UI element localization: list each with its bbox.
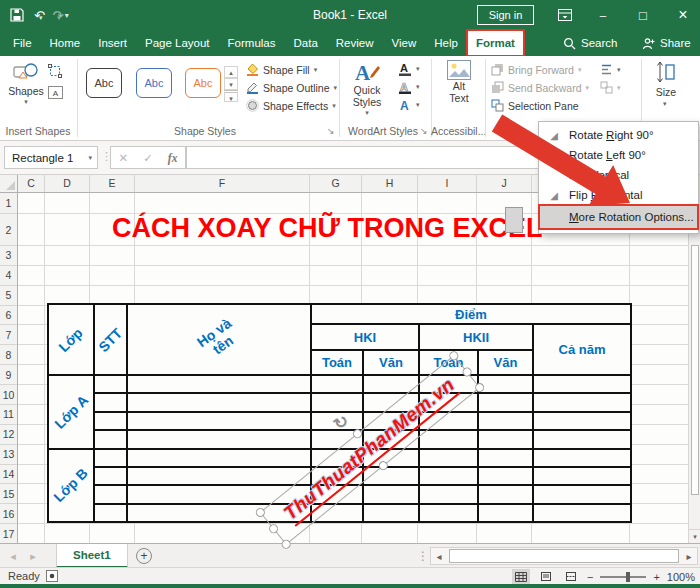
text-effects-button[interactable]: A▾ bbox=[398, 98, 420, 112]
tab-scrollbar-splitter-icon[interactable]: ⋮ bbox=[417, 547, 429, 565]
tab-help[interactable]: Help bbox=[425, 30, 467, 56]
shape-style-preview-1[interactable]: Abc bbox=[86, 68, 122, 98]
align-button[interactable]: ▾ bbox=[600, 63, 621, 76]
tab-formulas[interactable]: Formulas bbox=[219, 30, 285, 56]
table-header-van-hk2[interactable]: Văn bbox=[478, 350, 533, 375]
column-header-I[interactable]: I bbox=[418, 175, 477, 192]
table-cell-empty[interactable] bbox=[478, 467, 533, 485]
sheet-nav-left-icon[interactable]: ◂ bbox=[4, 544, 22, 568]
row-header-13[interactable]: 13 bbox=[0, 445, 17, 465]
new-sheet-button[interactable]: + bbox=[136, 548, 152, 564]
row-header-7[interactable]: 7 bbox=[0, 325, 17, 345]
tab-home[interactable]: Home bbox=[41, 30, 90, 56]
table-cell-empty[interactable] bbox=[478, 449, 533, 467]
share-button[interactable]: Share bbox=[642, 30, 691, 56]
table-header-stt[interactable]: STT bbox=[94, 304, 127, 375]
quick-styles-button[interactable]: A Quick Styles ▾ bbox=[344, 60, 390, 117]
scroll-right-icon[interactable]: ▸ bbox=[681, 551, 697, 562]
table-cell-empty[interactable] bbox=[419, 430, 478, 448]
table-cell-lop-b[interactable]: Lớp B bbox=[48, 449, 94, 523]
row-header-14[interactable]: 14 bbox=[0, 465, 17, 485]
shapes-button[interactable]: Shapes ▾ bbox=[6, 60, 46, 106]
table-header-diem[interactable]: Điểm bbox=[311, 304, 631, 324]
table-cell-empty[interactable] bbox=[127, 449, 311, 467]
size-dropdown-icon[interactable]: ▾ bbox=[663, 100, 667, 108]
shape-effects-button[interactable]: Shape Effects▾ bbox=[246, 99, 336, 112]
table-cell-empty[interactable] bbox=[419, 504, 478, 522]
table-cell-empty[interactable] bbox=[94, 467, 127, 485]
table-cell-empty[interactable] bbox=[478, 393, 533, 411]
tab-insert[interactable]: Insert bbox=[89, 30, 136, 56]
size-button[interactable]: Size bbox=[644, 86, 688, 98]
table-cell-empty[interactable] bbox=[533, 485, 631, 503]
menu-item-flip-vertical[interactable]: Flip Vertical bbox=[539, 165, 698, 185]
tab-file[interactable]: File bbox=[4, 30, 41, 56]
table-header-hkii[interactable]: HKII bbox=[419, 324, 533, 350]
shape-outline-button[interactable]: Shape Outline▾ bbox=[246, 81, 337, 94]
table-header-lop[interactable]: Lớp bbox=[48, 304, 94, 375]
table-header-van-hk1[interactable]: Văn bbox=[363, 350, 419, 375]
column-header-J[interactable]: J bbox=[477, 175, 532, 192]
table-cell-empty[interactable] bbox=[94, 485, 127, 503]
column-header-F[interactable]: F bbox=[135, 175, 310, 192]
tab-view[interactable]: View bbox=[383, 30, 426, 56]
menu-item-more-rotation-options[interactable]: More Rotation Options... bbox=[539, 205, 698, 229]
vertical-scrollbar-thumb[interactable] bbox=[691, 245, 699, 495]
tab-data[interactable]: Data bbox=[285, 30, 327, 56]
table-cell-empty[interactable] bbox=[127, 467, 311, 485]
column-header-H[interactable]: H bbox=[362, 175, 418, 192]
name-box-dropdown-icon[interactable]: ▾ bbox=[88, 154, 97, 162]
table-cell-empty[interactable] bbox=[127, 375, 311, 393]
shape-fill-button[interactable]: Shape Fill▾ bbox=[246, 63, 317, 76]
table-cell-empty[interactable] bbox=[533, 430, 631, 448]
row-header-4[interactable]: 4 bbox=[0, 266, 17, 286]
text-box-button[interactable]: A bbox=[48, 86, 63, 99]
table-cell-empty[interactable] bbox=[94, 375, 127, 393]
zoom-in-icon[interactable]: + bbox=[653, 571, 659, 583]
row-header-5[interactable]: 5 bbox=[0, 286, 17, 306]
view-page-layout-button[interactable] bbox=[537, 569, 555, 584]
table-cell-empty[interactable] bbox=[533, 467, 631, 485]
view-page-break-button[interactable] bbox=[562, 569, 580, 584]
tell-me-search[interactable]: Search bbox=[563, 30, 617, 56]
table-cell-empty[interactable] bbox=[419, 485, 478, 503]
column-header-G[interactable]: G bbox=[310, 175, 362, 192]
table-cell-empty[interactable] bbox=[127, 412, 311, 430]
table-cell-empty[interactable] bbox=[419, 449, 478, 467]
zoom-out-icon[interactable]: − bbox=[587, 571, 593, 583]
table-cell-empty[interactable] bbox=[533, 449, 631, 467]
table-header-hki[interactable]: HKI bbox=[311, 324, 419, 350]
maximize-button[interactable]: □ bbox=[626, 0, 660, 30]
row-header-12[interactable]: 12 bbox=[0, 425, 17, 445]
sheet-tab-sheet1[interactable]: Sheet1 bbox=[56, 544, 128, 568]
alt-text-button[interactable]: Alt Text bbox=[437, 60, 481, 104]
ribbon-display-options-button[interactable] bbox=[548, 0, 582, 30]
table-cell-empty[interactable] bbox=[311, 393, 363, 411]
insert-function-icon[interactable]: fx bbox=[168, 152, 178, 164]
scroll-left-icon[interactable]: ◂ bbox=[431, 551, 447, 562]
tab-format[interactable]: Format bbox=[467, 30, 524, 56]
shape-style-preview-2[interactable]: Abc bbox=[136, 68, 172, 98]
sign-in-button[interactable]: Sign in bbox=[477, 5, 534, 25]
column-header-E[interactable]: E bbox=[90, 175, 135, 192]
table-cell-empty[interactable] bbox=[533, 412, 631, 430]
row-header-3[interactable]: 3 bbox=[0, 246, 17, 266]
menu-item-rotate-right-90[interactable]: ◢Rotate Right 90° bbox=[539, 125, 698, 145]
row-header-10[interactable]: 10 bbox=[0, 385, 17, 405]
row-header-15[interactable]: 15 bbox=[0, 484, 17, 504]
shape-style-preview-3[interactable]: Abc bbox=[185, 68, 221, 98]
selection-pane-button[interactable]: Selection Pane bbox=[491, 99, 579, 112]
text-fill-button[interactable]: A▾ bbox=[398, 62, 420, 76]
macro-record-icon[interactable] bbox=[46, 570, 58, 582]
horizontal-scrollbar-thumb[interactable] bbox=[449, 549, 679, 563]
table-cell-empty[interactable] bbox=[478, 485, 533, 503]
row-header-6[interactable]: 6 bbox=[0, 306, 17, 326]
table-header-toan-hk1[interactable]: Toán bbox=[311, 350, 363, 375]
edit-shape-button[interactable] bbox=[48, 64, 63, 79]
zoom-slider[interactable] bbox=[600, 576, 646, 578]
table-cell-lop-a[interactable]: Lớp A bbox=[48, 375, 94, 449]
table-header-ho-va-ten[interactable]: Họ và tên bbox=[127, 304, 311, 375]
row-header-2[interactable]: 2 bbox=[0, 214, 17, 246]
table-cell-empty[interactable] bbox=[94, 449, 127, 467]
menu-item-flip-horizontal[interactable]: ◢Flip Horizontal bbox=[539, 185, 698, 205]
